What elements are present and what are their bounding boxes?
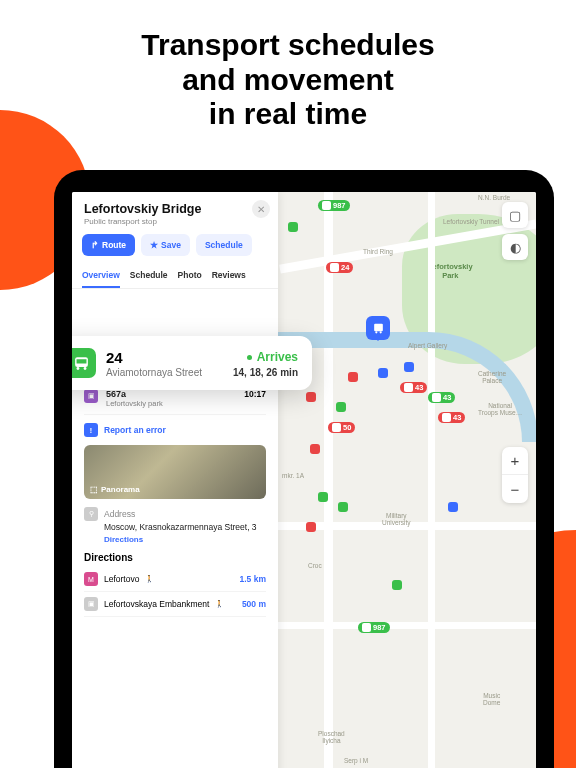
- map-poi-label: N.N. Burde: [478, 194, 510, 201]
- map-poi-label: Lefortovskiy Tunnel: [443, 218, 499, 225]
- walk-icon: 🚶: [215, 600, 224, 608]
- compass-button[interactable]: ◐: [502, 234, 528, 260]
- route-number: 24: [106, 349, 123, 366]
- tab-overview[interactable]: Overview: [82, 264, 120, 288]
- stop-icon: ▣: [84, 597, 98, 611]
- svg-point-4: [76, 367, 79, 370]
- app-screen: ✕ Lefortovskiy Bridge Public transport s…: [72, 192, 536, 768]
- vehicle-marker[interactable]: 987: [318, 200, 350, 211]
- map-poi-label: Serp i M: [344, 757, 368, 764]
- arrival-dest: Aviamotornaya Street: [106, 367, 202, 378]
- panorama-thumb[interactable]: ⬚Panorama: [84, 445, 266, 499]
- info-icon: !: [84, 423, 98, 437]
- panel-tabs: Overview Schedule Photo Reviews: [72, 264, 278, 289]
- vehicle-marker[interactable]: 987: [358, 622, 390, 633]
- vehicle-marker[interactable]: 43: [428, 392, 455, 403]
- map-poi-label: Ploschad Ilyicha: [318, 730, 345, 744]
- layers-button[interactable]: ▢: [502, 202, 528, 228]
- vehicle-marker[interactable]: 43: [400, 382, 427, 393]
- bus-icon: ▣: [84, 389, 98, 403]
- report-error-link[interactable]: ! Report an error: [84, 415, 266, 445]
- vehicle-marker[interactable]: 50: [328, 422, 355, 433]
- map-canvas[interactable]: Lefortovskiy Park 9872443435043987 N.N. …: [278, 192, 536, 768]
- svg-rect-6: [76, 359, 86, 363]
- direction-item[interactable]: ▣ Lefortovskaya Embankment 🚶 500 m: [84, 592, 266, 617]
- map-poi-label: mkr. 1A: [282, 472, 304, 479]
- svg-rect-0: [374, 323, 383, 331]
- metro-icon: M: [84, 572, 98, 586]
- zoom-out-button[interactable]: −: [502, 475, 528, 503]
- directions-heading: Directions: [84, 552, 266, 563]
- stop-title: Lefortovskiy Bridge: [84, 202, 266, 216]
- address-text: Moscow, Krasnokazarmennaya Street, 3: [104, 522, 257, 532]
- side-panel: ✕ Lefortovskiy Bridge Public transport s…: [72, 192, 278, 768]
- panorama-icon: ⬚: [90, 485, 98, 494]
- schedule-button[interactable]: Schedule: [196, 234, 252, 256]
- tablet-frame: ✕ Lefortovskiy Bridge Public transport s…: [54, 170, 554, 768]
- map-poi-label: Catherine Palace: [478, 370, 506, 384]
- map-poi-label: Alpert Gallery: [408, 342, 447, 349]
- hero-title: Transport schedulesand movementin real t…: [0, 0, 576, 150]
- bus-icon: [72, 348, 96, 378]
- tab-schedule[interactable]: Schedule: [130, 264, 168, 288]
- stop-subtitle: Public transport stop: [84, 217, 266, 226]
- map-poi-label: Croc: [308, 562, 322, 569]
- zoom-control: + −: [502, 447, 528, 503]
- direction-item[interactable]: M Lefortovo 🚶 1.5 km: [84, 567, 266, 592]
- svg-point-2: [379, 331, 381, 333]
- arrival-status: Arrives: [247, 350, 298, 364]
- tab-reviews[interactable]: Reviews: [212, 264, 246, 288]
- map-poi-label: National Troops Muse…: [478, 402, 522, 416]
- arrival-callout: 24 Arrives Aviamotornaya Street 14, 18, …: [72, 336, 312, 390]
- arrival-times: 14, 18, 26 min: [233, 367, 298, 378]
- pin-icon: ⚲: [84, 507, 98, 521]
- svg-point-5: [83, 367, 86, 370]
- vehicle-marker[interactable]: 24: [326, 262, 353, 273]
- map-poi-label: Military University: [382, 512, 411, 526]
- map-poi-label: Third Ring: [363, 248, 393, 255]
- zoom-in-button[interactable]: +: [502, 447, 528, 475]
- tab-photo[interactable]: Photo: [178, 264, 202, 288]
- stop-pin-icon[interactable]: [366, 316, 390, 340]
- directions-link[interactable]: Directions: [104, 535, 257, 544]
- route-button[interactable]: ↱Route: [82, 234, 135, 256]
- walk-icon: 🚶: [145, 575, 154, 583]
- save-button[interactable]: ★Save: [141, 234, 190, 256]
- svg-point-1: [375, 331, 377, 333]
- close-icon[interactable]: ✕: [252, 200, 270, 218]
- map-poi-label: Music Dome: [483, 692, 500, 706]
- vehicle-marker[interactable]: 43: [438, 412, 465, 423]
